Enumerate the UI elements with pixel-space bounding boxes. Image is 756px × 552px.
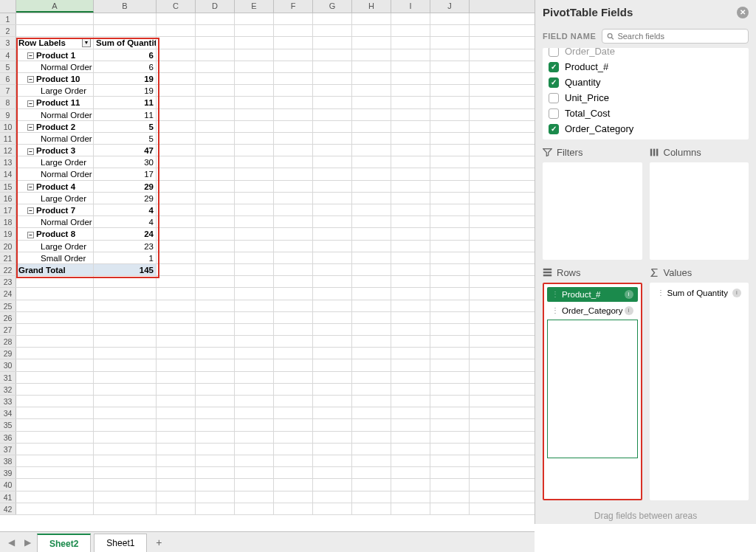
cell[interactable]: 19 <box>94 73 157 84</box>
cell[interactable] <box>352 467 391 478</box>
cell[interactable] <box>94 491 157 503</box>
cell[interactable] <box>352 252 391 263</box>
cell[interactable] <box>391 145 430 156</box>
cell[interactable] <box>352 264 391 275</box>
cell[interactable] <box>352 13 391 24</box>
cell[interactable] <box>16 348 94 359</box>
cell[interactable]: 4 <box>94 204 157 215</box>
cell[interactable] <box>430 336 470 347</box>
cell[interactable]: 6 <box>94 49 157 61</box>
cell[interactable]: −Product 3 <box>16 145 94 156</box>
search-fields-input[interactable] <box>602 29 749 44</box>
cell[interactable] <box>391 156 430 168</box>
cell[interactable] <box>352 324 391 335</box>
field-item[interactable]: Order_Date <box>543 48 749 59</box>
cell[interactable] <box>235 300 274 311</box>
cell[interactable] <box>391 61 430 72</box>
cell[interactable] <box>157 168 196 179</box>
cell[interactable] <box>157 359 196 370</box>
cell[interactable] <box>430 264 470 275</box>
cell[interactable] <box>157 444 196 455</box>
cell[interactable] <box>235 455 274 466</box>
cell[interactable] <box>352 85 391 96</box>
row-header[interactable]: 28 <box>0 336 16 347</box>
cell[interactable] <box>313 13 352 24</box>
cell[interactable] <box>313 419 352 430</box>
cell[interactable] <box>313 49 352 61</box>
row-header[interactable]: 25 <box>0 300 16 311</box>
cell[interactable] <box>391 204 430 215</box>
cell[interactable] <box>430 407 470 418</box>
col-header-h[interactable]: H <box>352 0 391 13</box>
cell[interactable] <box>157 312 196 323</box>
cell[interactable] <box>391 13 430 24</box>
cell[interactable] <box>235 133 274 144</box>
collapse-icon[interactable]: − <box>27 52 34 59</box>
cell[interactable] <box>16 444 94 455</box>
cell[interactable] <box>391 85 430 96</box>
cell[interactable] <box>157 479 196 490</box>
field-item[interactable]: Total_Cost <box>543 106 749 121</box>
row-header[interactable]: 3 <box>0 37 16 48</box>
cell[interactable] <box>16 359 94 370</box>
cell[interactable] <box>352 455 391 466</box>
cell[interactable] <box>430 288 470 299</box>
cell[interactable] <box>313 193 352 204</box>
cell[interactable] <box>274 25 313 36</box>
field-item[interactable]: Quantity <box>543 75 749 90</box>
collapse-icon[interactable]: − <box>27 148 34 155</box>
row-header[interactable]: 8 <box>0 97 16 108</box>
cell[interactable] <box>16 491 94 503</box>
cell[interactable] <box>430 13 470 24</box>
cell[interactable] <box>391 37 430 48</box>
cell[interactable]: 1 <box>94 252 157 263</box>
cell[interactable]: Sum of Quantity <box>94 37 157 48</box>
cell[interactable] <box>94 288 157 299</box>
cell[interactable] <box>274 503 313 514</box>
cell[interactable] <box>274 133 313 144</box>
cell[interactable] <box>235 168 274 179</box>
cell[interactable] <box>196 407 235 418</box>
cell[interactable] <box>157 37 196 48</box>
cell[interactable] <box>235 384 274 395</box>
cell[interactable] <box>235 216 274 227</box>
cell[interactable] <box>196 300 235 311</box>
cell[interactable] <box>313 204 352 215</box>
cell[interactable] <box>391 181 430 192</box>
cell[interactable] <box>313 479 352 490</box>
row-header[interactable]: 10 <box>0 121 16 132</box>
cell[interactable] <box>235 204 274 215</box>
cell[interactable] <box>157 336 196 347</box>
cell[interactable] <box>157 372 196 383</box>
cell[interactable] <box>352 419 391 430</box>
cell[interactable] <box>352 37 391 48</box>
cell[interactable] <box>235 85 274 96</box>
cell[interactable] <box>274 324 313 335</box>
cell[interactable] <box>352 396 391 407</box>
row-header[interactable]: 17 <box>0 204 16 215</box>
cell[interactable] <box>430 37 470 48</box>
cell[interactable] <box>16 288 94 299</box>
cell[interactable] <box>157 25 196 36</box>
cell[interactable] <box>196 73 235 84</box>
cell[interactable] <box>274 407 313 418</box>
cell[interactable]: Row Labels▼ <box>16 37 94 48</box>
cell[interactable] <box>94 467 157 478</box>
cell[interactable] <box>430 168 470 179</box>
cell[interactable] <box>352 49 391 61</box>
checkbox-icon[interactable] <box>549 108 559 119</box>
cell[interactable] <box>391 407 430 418</box>
values-area[interactable]: ⋮Sum of Quantityi <box>650 283 749 501</box>
cell[interactable] <box>274 228 313 239</box>
cell[interactable] <box>235 13 274 24</box>
cell[interactable] <box>94 336 157 347</box>
cell[interactable] <box>157 181 196 192</box>
cell[interactable] <box>196 479 235 490</box>
cell[interactable] <box>352 336 391 347</box>
cell[interactable] <box>157 467 196 478</box>
cell[interactable] <box>235 312 274 323</box>
cell[interactable] <box>157 61 196 72</box>
cell[interactable] <box>352 97 391 108</box>
cell[interactable] <box>16 276 94 287</box>
cell[interactable] <box>274 312 313 323</box>
